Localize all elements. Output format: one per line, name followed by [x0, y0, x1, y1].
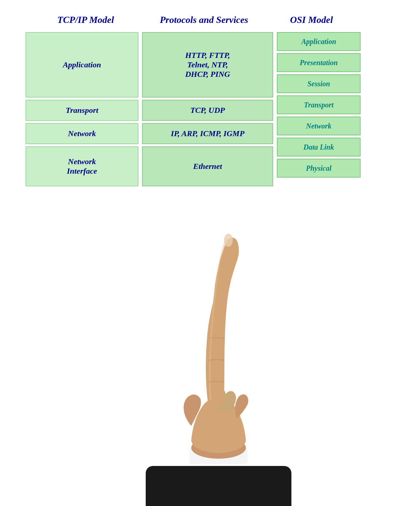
osi-datalink: Data Link	[277, 138, 361, 157]
proto-network-label: IP, ARP, ICMP, IGMP	[171, 129, 244, 138]
osi-network-label: Network	[306, 122, 331, 130]
osi-network: Network	[277, 116, 361, 135]
osi-session: Session	[277, 74, 361, 93]
tcpip-application-label: Application	[63, 60, 101, 70]
osi-datalink-label: Data Link	[303, 143, 334, 151]
tcpip-transport: Transport	[25, 100, 138, 121]
osi-header: OSI Model	[270, 15, 353, 25]
tcpip-application: Application	[25, 32, 138, 98]
hand-svg	[131, 229, 306, 506]
hand-illustration	[127, 222, 310, 506]
proto-transport: TCP, UDP	[142, 100, 273, 121]
diagram-area: TCP/IP Model Protocols and Services OSI …	[22, 15, 386, 186]
tcpip-transport-label: Transport	[66, 106, 98, 115]
osi-physical-label: Physical	[306, 164, 331, 173]
osi-presentation-label: Presentation	[300, 59, 338, 67]
osi-physical: Physical	[277, 159, 361, 178]
tcpip-column: Application Transport Network Network In…	[25, 32, 138, 186]
tcpip-network-label: Network	[68, 129, 96, 138]
proto-transport-label: TCP, UDP	[191, 106, 225, 115]
svg-point-4	[224, 234, 233, 247]
tcpip-network: Network	[25, 123, 138, 144]
osi-application: Application	[277, 32, 361, 51]
proto-ethernet: Ethernet	[142, 146, 273, 186]
tcpip-interface-label: Network Interface	[67, 157, 97, 176]
proto-application: HTTP, FTTP, Telnet, NTP, DHCP, PING	[142, 32, 273, 98]
osi-application-label: Application	[301, 37, 336, 46]
headers-row: TCP/IP Model Protocols and Services OSI …	[22, 15, 386, 25]
proto-application-label: HTTP, FTTP, Telnet, NTP, DHCP, PING	[185, 51, 230, 79]
osi-presentation: Presentation	[277, 53, 361, 72]
osi-column: Application Presentation Session Transpo…	[277, 32, 361, 178]
tcpip-interface: Network Interface	[25, 146, 138, 186]
proto-network: IP, ARP, ICMP, IGMP	[142, 123, 273, 144]
proto-ethernet-label: Ethernet	[193, 162, 222, 171]
svg-rect-1	[146, 466, 291, 506]
osi-transport: Transport	[277, 95, 361, 114]
osi-session-label: Session	[307, 80, 330, 88]
tcpip-header: TCP/IP Model	[25, 15, 138, 25]
osi-transport-label: Transport	[304, 101, 334, 109]
protocols-column: HTTP, FTTP, Telnet, NTP, DHCP, PING TCP,…	[142, 32, 273, 186]
protocols-header: Protocols and Services	[138, 15, 270, 25]
table-area: Application Transport Network Network In…	[22, 32, 386, 186]
